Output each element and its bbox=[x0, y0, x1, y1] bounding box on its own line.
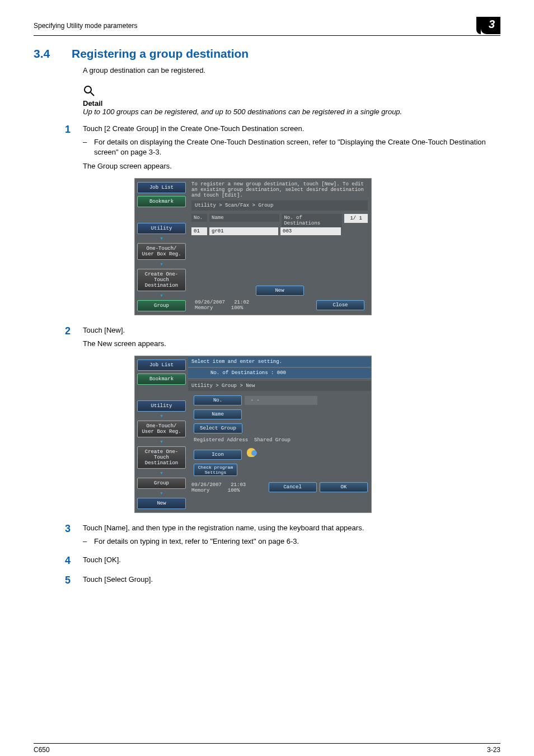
bookmark-button[interactable]: Bookmark bbox=[137, 374, 186, 385]
step-text: Touch [New]. bbox=[83, 326, 125, 334]
step-number: 4 bbox=[34, 555, 83, 567]
detail-text: Up to 100 groups can be registered, and … bbox=[83, 108, 500, 116]
step-text: Touch [Select Group]. bbox=[83, 575, 153, 584]
step-number: 5 bbox=[34, 575, 83, 586]
step-text: Touch [2 Create Group] in the Create One… bbox=[83, 124, 304, 133]
step-number: 1 bbox=[34, 124, 83, 136]
row-dest: 003 bbox=[280, 227, 341, 235]
close-button[interactable]: Close bbox=[316, 300, 364, 310]
page-indicator: 1/ 1 bbox=[344, 214, 368, 223]
panel-title: Select item and enter setting. bbox=[188, 356, 371, 367]
col-name: Name bbox=[209, 214, 279, 222]
ok-button[interactable]: OK bbox=[320, 482, 368, 492]
step-sub: For details on displaying the Create One… bbox=[83, 137, 500, 157]
section-intro: A group destination can be registered. bbox=[83, 66, 500, 74]
datetime: 09/26/2007 21:03Memory 100% bbox=[191, 482, 246, 493]
step-after: The New screen appears. bbox=[83, 339, 500, 349]
arrow-down-icon: ▾ bbox=[137, 294, 186, 297]
footer-page: 3-23 bbox=[487, 746, 500, 754]
bookmark-button[interactable]: Bookmark bbox=[137, 196, 186, 207]
dest-count: No. of Destinations : 000 bbox=[188, 367, 371, 379]
reg-address-value: Shared Group bbox=[254, 437, 291, 443]
arrow-down-icon: ▾ bbox=[137, 414, 186, 418]
chapter-badge: 3 bbox=[481, 17, 500, 34]
cancel-button[interactable]: Cancel bbox=[269, 482, 317, 492]
section-number: 3.4 bbox=[34, 47, 72, 60]
new-nav-button[interactable]: New bbox=[137, 498, 186, 509]
new-button[interactable]: New bbox=[256, 286, 304, 296]
step-after: The Group screen appears. bbox=[83, 161, 500, 171]
group-icon bbox=[247, 448, 256, 457]
datetime: 09/26/2007 21:02Memory 100% bbox=[195, 300, 249, 311]
footer-model: C650 bbox=[34, 746, 50, 754]
icon-button[interactable]: Icon bbox=[194, 450, 242, 460]
no-value: - - bbox=[245, 396, 317, 405]
breadcrumb: Utility > Group > New bbox=[188, 381, 371, 391]
breadcrumb: Utility > Scan/Fax > Group bbox=[191, 200, 368, 211]
arrow-down-icon: ▾ bbox=[137, 263, 186, 266]
utility-button[interactable]: Utility bbox=[137, 223, 186, 234]
reg-address-label: Registered Address bbox=[194, 437, 248, 443]
arrow-down-icon: ▾ bbox=[137, 440, 186, 444]
col-no: No. bbox=[191, 214, 207, 222]
onetouch-button[interactable]: One-Touch/ User Box Reg. bbox=[137, 243, 186, 260]
no-button[interactable]: No. bbox=[194, 395, 242, 405]
step-text: Touch [Name], and then type in the regis… bbox=[83, 524, 364, 532]
job-list-button[interactable]: Job List bbox=[137, 360, 186, 371]
new-screen: Job List Bookmark Utility ▾ One-Touch/ U… bbox=[134, 356, 372, 513]
arrow-down-icon: ▾ bbox=[137, 237, 186, 240]
step-number: 2 bbox=[34, 325, 83, 337]
onetouch-button[interactable]: One-Touch/ User Box Reg. bbox=[137, 421, 186, 437]
create-onetouch-button[interactable]: Create One-Touch Destination bbox=[137, 269, 186, 291]
job-list-button[interactable]: Job List bbox=[137, 182, 186, 193]
section-title: Registering a group destination bbox=[72, 47, 249, 60]
step-sub: For details on typing in text, refer to … bbox=[83, 536, 500, 547]
step-text: Touch [OK]. bbox=[83, 556, 121, 564]
svg-point-0 bbox=[85, 86, 91, 93]
check-program-button[interactable]: Check program Settings bbox=[194, 464, 237, 476]
create-onetouch-button[interactable]: Create One-Touch Destination bbox=[137, 446, 186, 469]
col-dest: No. of Destinations bbox=[282, 214, 342, 227]
utility-button[interactable]: Utility bbox=[137, 400, 186, 412]
svg-line-1 bbox=[91, 92, 94, 96]
group-screen: Job List Bookmark Utility ▾ One-Touch/ U… bbox=[134, 178, 372, 315]
name-button[interactable]: Name bbox=[194, 409, 242, 419]
group-button[interactable]: Group bbox=[137, 300, 186, 311]
header-section: Specifying Utility mode parameters bbox=[34, 22, 137, 30]
step-number: 3 bbox=[34, 523, 83, 535]
select-group-button[interactable]: Select Group bbox=[194, 423, 242, 433]
row-name[interactable]: gr01 bbox=[209, 227, 278, 235]
group-button[interactable]: Group bbox=[137, 478, 186, 489]
magnifier-icon bbox=[83, 85, 95, 97]
arrow-down-icon: ▾ bbox=[137, 472, 186, 475]
detail-heading: Detail bbox=[83, 99, 500, 108]
arrow-down-icon: ▾ bbox=[137, 492, 186, 495]
row-no: 01 bbox=[191, 227, 207, 235]
instruction-text: To register a new group destination, tou… bbox=[191, 181, 368, 198]
